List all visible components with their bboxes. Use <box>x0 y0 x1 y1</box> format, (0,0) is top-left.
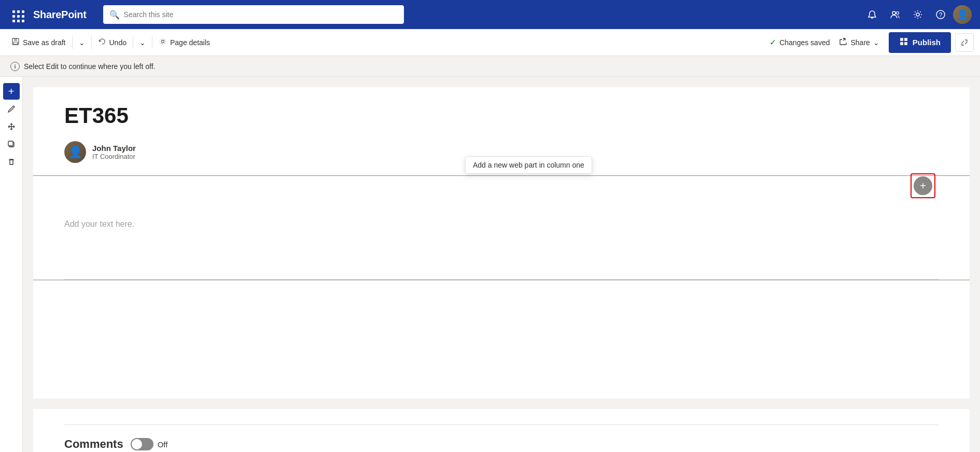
author-avatar: 👤 <box>64 141 86 163</box>
chevron-down-icon: ⌄ <box>79 38 85 47</box>
brand-logo: SharePoint <box>33 9 87 21</box>
changes-saved-label: Changes saved <box>779 38 830 47</box>
settings-icon[interactable] <box>907 4 928 25</box>
add-section-top-button[interactable]: + <box>3 83 20 100</box>
undo-icon <box>98 37 106 47</box>
save-icon <box>11 37 20 47</box>
svg-text:?: ? <box>939 11 943 19</box>
svg-point-2 <box>916 13 919 16</box>
comments-toggle-label: Off <box>158 440 168 449</box>
undo-button[interactable]: Undo <box>93 33 132 52</box>
gear-icon <box>159 37 167 47</box>
svg-point-8 <box>161 40 164 43</box>
save-as-draft-label: Save as draft <box>23 38 66 47</box>
edit-hint-text: Select Edit to continue where you left o… <box>24 62 155 71</box>
svg-point-1 <box>897 12 899 15</box>
left-sidebar: + + <box>0 77 23 452</box>
comments-toggle[interactable] <box>131 438 153 450</box>
publish-label: Publish <box>913 38 941 47</box>
page-toolbar: Save as draft ⌄ Undo ⌄ Page details ✓ Ch… <box>0 29 980 56</box>
toolbar-divider-1 <box>72 36 73 49</box>
svg-rect-9 <box>900 38 903 41</box>
undo-dropdown-button[interactable]: ⌄ <box>134 33 151 52</box>
main-content: + + ET365 👤 John Taylor IT Coordinator <box>0 77 980 452</box>
search-bar[interactable]: 🔍 <box>103 5 404 24</box>
toolbar-divider-3 <box>133 36 133 49</box>
chevron-down-icon-2: ⌄ <box>139 38 146 47</box>
page-canvas: ET365 👤 John Taylor IT Coordinator Add a… <box>23 77 980 452</box>
help-icon[interactable]: ? <box>930 4 951 25</box>
toolbar-right: ✓ Changes saved Share ⌄ Publish <box>769 32 974 53</box>
comments-row: Comments Off <box>64 437 939 451</box>
share-label: Share <box>850 38 870 47</box>
info-icon: i <box>10 62 20 71</box>
comments-label: Comments <box>64 437 123 451</box>
add-webpart-button[interactable]: + <box>914 176 932 195</box>
publish-button[interactable]: Publish <box>889 32 951 53</box>
changes-saved-indicator: ✓ Changes saved <box>769 37 830 47</box>
section-divider-bottom <box>33 280 970 280</box>
text-placeholder: Add your text here. <box>64 220 134 228</box>
save-as-draft-button[interactable]: Save as draft <box>6 33 71 52</box>
toolbar-divider-4 <box>152 36 152 49</box>
svg-point-0 <box>892 11 895 15</box>
add-webpart-container: Add a new web part in column one + <box>64 176 939 207</box>
comments-hr <box>64 424 939 425</box>
edit-icon-button[interactable] <box>3 101 20 117</box>
page-title: ET365 <box>64 103 939 129</box>
page-details-button[interactable]: Page details <box>153 33 215 52</box>
avatar-image: 👤 <box>953 5 972 24</box>
search-icon: 🔍 <box>109 10 120 20</box>
notification-icon[interactable] <box>862 4 883 25</box>
svg-rect-14 <box>8 141 13 146</box>
nav-right-icons: ? 👤 <box>862 4 972 25</box>
duplicate-icon-button[interactable] <box>3 136 20 153</box>
top-navigation: SharePoint 🔍 ? 👤 <box>0 0 980 29</box>
author-role: IT Coordinator <box>92 153 136 160</box>
toolbar-divider-2 <box>91 36 92 49</box>
search-input[interactable] <box>124 10 398 19</box>
svg-rect-10 <box>904 38 907 41</box>
comments-section: Comments Off The comments section will b… <box>33 409 970 452</box>
publish-icon <box>899 37 908 48</box>
text-area[interactable]: Add your text here. <box>64 207 939 280</box>
add-webpart-highlighted-box: + <box>911 173 935 198</box>
expand-button[interactable] <box>955 33 974 52</box>
svg-rect-12 <box>904 42 907 45</box>
check-icon: ✓ <box>769 37 776 47</box>
author-info: John Taylor IT Coordinator <box>92 144 136 160</box>
share-icon <box>839 37 847 47</box>
user-avatar[interactable]: 👤 <box>953 5 972 24</box>
share-chevron-icon: ⌄ <box>873 38 879 47</box>
save-draft-dropdown-button[interactable]: ⌄ <box>74 33 90 52</box>
edit-hint-bar: i Select Edit to continue where you left… <box>0 56 980 77</box>
toggle-knob <box>132 439 142 449</box>
svg-rect-6 <box>14 38 17 41</box>
page-details-label: Page details <box>170 38 210 47</box>
info-letter: i <box>14 63 16 70</box>
page-inner: ET365 👤 John Taylor IT Coordinator Add a… <box>33 87 970 399</box>
move-icon-button[interactable] <box>3 118 20 135</box>
app-launcher-button[interactable] <box>8 6 25 23</box>
delete-icon-button[interactable] <box>3 154 20 170</box>
comments-toggle-wrap: Off <box>131 438 168 450</box>
author-name: John Taylor <box>92 144 136 153</box>
undo-label: Undo <box>109 38 127 47</box>
svg-rect-11 <box>900 42 903 45</box>
add-webpart-tooltip: Add a new web part in column one <box>465 156 592 174</box>
share-button[interactable]: Share ⌄ <box>834 33 884 52</box>
svg-rect-7 <box>13 42 18 44</box>
people-icon[interactable] <box>885 4 905 25</box>
